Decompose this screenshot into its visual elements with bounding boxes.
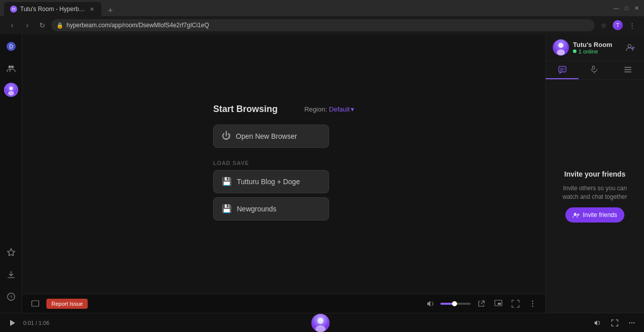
- save-item-2-label: Newgrounds: [237, 205, 277, 213]
- open-new-browser-btn[interactable]: ⏻ Open New Browser: [213, 125, 329, 148]
- svg-point-26: [631, 322, 632, 323]
- svg-rect-9: [32, 301, 39, 306]
- forward-btn[interactable]: ›: [21, 19, 33, 31]
- fullscreen-btn[interactable]: [509, 297, 522, 310]
- room-header: Tutu's Room 1 online: [546, 34, 644, 61]
- svg-text:?: ?: [10, 295, 12, 300]
- save-icon-2: 💾: [222, 204, 232, 213]
- pip-btn[interactable]: [492, 297, 505, 310]
- users-icon[interactable]: [3, 61, 19, 77]
- tab-voice[interactable]: [578, 61, 611, 79]
- start-browsing-title: Start Browsing: [213, 104, 278, 115]
- room-name: Tutu's Room: [573, 41, 612, 48]
- bottom-avatar: [311, 314, 330, 332]
- svg-text:D: D: [9, 44, 13, 49]
- load-save-section: LOAD SAVE 💾 Tutturu Blog + Doge 💾 Newgro…: [213, 160, 354, 225]
- svg-point-12: [532, 300, 533, 301]
- power-icon: ⏻: [222, 131, 231, 141]
- tab-favicon: H: [10, 6, 17, 13]
- save-item-1[interactable]: 💾 Tutturu Blog + Doge: [213, 170, 329, 193]
- play-btn[interactable]: [6, 317, 18, 329]
- bottom-controls: Report Issue: [22, 294, 545, 313]
- region-dropdown[interactable]: Default ▾: [329, 105, 354, 113]
- svg-point-6: [8, 91, 14, 96]
- tab-chat[interactable]: [546, 61, 578, 79]
- room-tabs: [546, 61, 644, 80]
- time-display: 0:01 / 1:06: [23, 320, 49, 326]
- svg-point-16: [558, 43, 563, 48]
- url-text: hyperbeam.com/app/room/DsewMIofS4e2rf7gI…: [67, 22, 209, 29]
- region-label: Region:: [304, 105, 327, 113]
- maximize-btn[interactable]: □: [625, 5, 628, 11]
- online-count: 1 online: [578, 48, 598, 54]
- profile-btn[interactable]: T: [612, 19, 624, 31]
- volume-icon[interactable]: [424, 297, 437, 310]
- star-icon[interactable]: [3, 244, 19, 260]
- save-item-2[interactable]: 💾 Newgrounds: [213, 197, 329, 220]
- help-icon[interactable]: ?: [3, 289, 19, 305]
- room-avatar: [553, 39, 569, 56]
- close-btn[interactable]: ✕: [634, 5, 639, 12]
- svg-rect-11: [498, 303, 501, 305]
- player-more-btn[interactable]: [626, 317, 638, 329]
- user-avatar[interactable]: [4, 83, 18, 97]
- popout-btn[interactable]: [475, 297, 488, 310]
- right-panel: Tutu's Room 1 online: [545, 34, 644, 313]
- svg-marker-21: [10, 320, 15, 326]
- region-selector: Region: Default ▾: [304, 105, 354, 113]
- secure-icon: 🔒: [56, 22, 63, 29]
- report-issue-btn[interactable]: Report Issue: [46, 299, 88, 309]
- svg-point-3: [11, 66, 14, 68]
- nav-actions: ☆ T ⋮: [598, 19, 638, 31]
- tab-close-btn[interactable]: ✕: [89, 5, 95, 14]
- volume-section: [424, 297, 471, 310]
- save-item-1-label: Tutturu Blog + Doge: [237, 178, 300, 186]
- screen-toggle-btn[interactable]: [28, 297, 42, 311]
- invite-btn-label: Invite friends: [583, 211, 617, 218]
- load-save-label: LOAD SAVE: [213, 160, 354, 166]
- save-icon-1: 💾: [222, 177, 232, 186]
- bookmark-btn[interactable]: ☆: [598, 19, 610, 31]
- discord-icon[interactable]: D: [3, 38, 19, 54]
- minimize-btn[interactable]: —: [613, 5, 619, 11]
- svg-point-23: [317, 318, 324, 324]
- start-browsing-header: Start Browsing Region: Default ▾: [213, 104, 354, 115]
- svg-point-13: [532, 303, 533, 304]
- left-sidebar: D: [0, 34, 22, 313]
- svg-point-5: [9, 87, 13, 90]
- invite-friends-btn[interactable]: Invite friends: [565, 207, 624, 223]
- invite-subtitle: Invite others so you can watch and chat …: [556, 184, 634, 201]
- invite-section: Invite your friends Invite others so you…: [546, 80, 644, 313]
- online-dot: [573, 49, 576, 53]
- svg-point-17: [557, 49, 565, 56]
- content-area: Start Browsing Region: Default ▾ ⏻ Open …: [22, 34, 545, 313]
- download-icon[interactable]: [3, 266, 19, 283]
- invite-title: Invite your friends: [564, 170, 625, 178]
- player-fullscreen-btn[interactable]: [609, 317, 621, 329]
- reload-btn[interactable]: ↻: [36, 19, 48, 31]
- more-btn[interactable]: ⋮: [626, 19, 638, 31]
- active-tab[interactable]: H Tutu's Room - Hyperbeam ✕: [4, 2, 101, 16]
- tab-title: Tutu's Room - Hyperbeam: [20, 6, 86, 13]
- svg-rect-19: [558, 67, 565, 72]
- svg-point-27: [633, 322, 634, 323]
- nav-bar: ‹ › ↻ 🔒 hyperbeam.com/app/room/DsewMIofS…: [0, 16, 644, 34]
- add-user-btn[interactable]: [624, 41, 637, 54]
- volume-slider[interactable]: [440, 303, 471, 305]
- address-bar[interactable]: 🔒 hyperbeam.com/app/room/DsewMIofS4e2rf7…: [51, 19, 595, 31]
- room-info: Tutu's Room 1 online: [553, 39, 612, 56]
- browser-tab-bar: H Tutu's Room - Hyperbeam ✕ ＋ — □ ✕: [0, 0, 644, 16]
- open-browser-label: Open New Browser: [236, 132, 297, 140]
- start-browsing-container: Start Browsing Region: Default ▾ ⏻ Open …: [213, 104, 354, 225]
- player-volume-icon[interactable]: [592, 317, 604, 329]
- more-options-btn[interactable]: [526, 297, 539, 310]
- player-bar: 0:01 / 1:06: [0, 313, 644, 332]
- tab-menu[interactable]: [611, 61, 644, 79]
- room-name-block: Tutu's Room 1 online: [573, 41, 612, 54]
- center-panel: Start Browsing Region: Default ▾ ⏻ Open …: [22, 34, 545, 294]
- back-btn[interactable]: ‹: [6, 19, 18, 31]
- svg-point-14: [532, 305, 533, 306]
- window-controls: — □ ✕: [608, 0, 644, 16]
- new-tab-btn[interactable]: ＋: [103, 4, 117, 16]
- svg-point-18: [628, 44, 631, 47]
